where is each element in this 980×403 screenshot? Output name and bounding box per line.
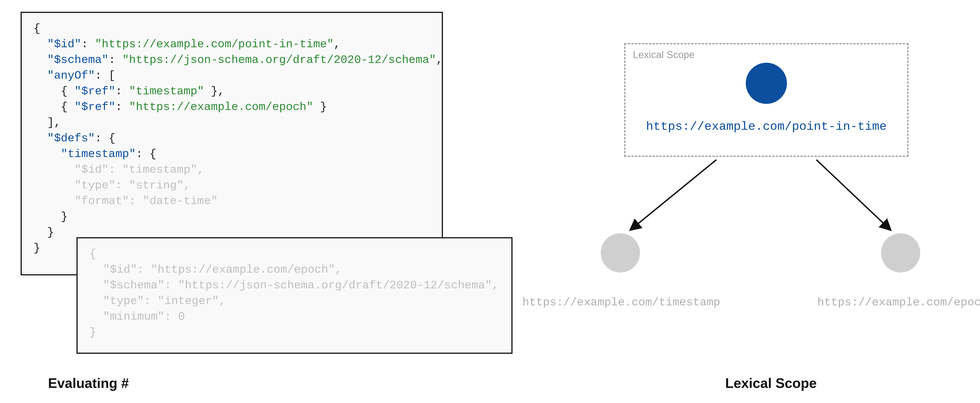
node-root [746,63,787,104]
lexical-scope-box-label: Lexical Scope [633,49,695,61]
code-line: ], [33,115,430,131]
lexical-scope-diagram: Lexical Scope https://example.com/point-… [539,0,980,357]
caption-right: Lexical Scope [725,375,817,391]
code-line: { "$ref": "https://example.com/epoch" } [33,99,430,115]
code-line: } [33,209,430,225]
code-line: "$schema": "https://json-schema.org/draf… [89,277,500,293]
code-line: "$defs": { [33,131,430,146]
code-line: { "$ref": "timestamp" }, [33,83,430,99]
code-line: "type": "string", [33,178,430,193]
code-line: "$id": "timestamp", [33,162,430,178]
node-root-url: https://example.com/point-in-time [624,119,908,134]
node-child-left [601,233,640,272]
code-line: "anyOf": [ [33,68,430,83]
caption-left: Evaluating # [48,375,129,391]
code-line: "$schema": "https://json-schema.org/draf… [33,52,430,68]
code-line: "$id": "https://example.com/point-in-tim… [33,37,430,52]
node-child-left-url: https://example.com/timestamp [519,296,724,309]
code-line: "minimum": 0 [89,309,500,325]
code-line: { [89,246,500,262]
svg-line-0 [631,160,716,229]
node-child-right [881,233,920,272]
svg-line-1 [816,160,890,229]
code-line: "format": "date-time" [33,193,430,209]
code-panel-secondary: { "$id": "https://example.com/epoch", "$… [76,237,512,354]
code-line: "$id": "https://example.com/epoch", [89,262,500,277]
code-line: { [33,21,430,37]
code-line: "timestamp": { [33,146,430,162]
code-line: "type": "integer", [89,293,500,309]
node-child-right-url: https://example.com/epoch [800,296,980,309]
code-panel-primary: { "$id": "https://example.com/point-in-t… [21,12,443,276]
code-line: } [89,325,500,340]
